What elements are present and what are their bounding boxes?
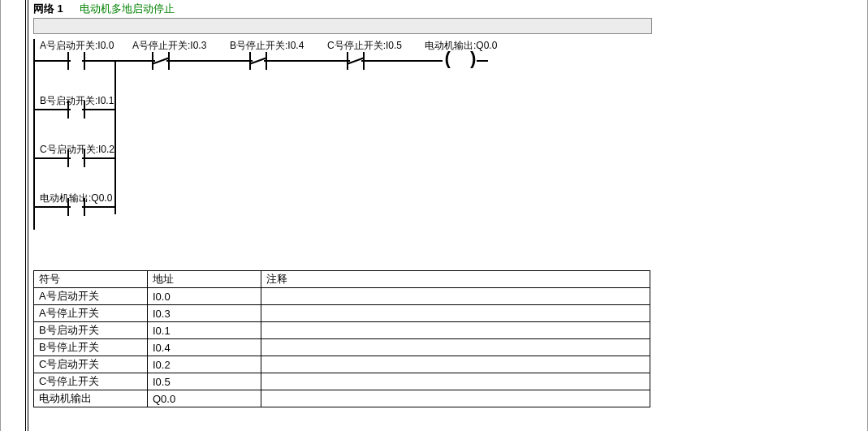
nc-contact-icon[interactable] — [139, 52, 183, 70]
plc-editor-pane: 网络 1 电动机多地启动停止 A号启动开关:I0.0 A号停止开关:I0.3 B… — [0, 0, 868, 431]
cell-symbol: 电动机输出 — [34, 390, 148, 407]
cell-symbol: B号停止开关 — [34, 339, 148, 356]
cell-address: I0.0 — [148, 288, 261, 305]
wire — [98, 60, 139, 62]
cell-address: I0.5 — [148, 373, 261, 390]
no-contact-icon[interactable] — [54, 198, 98, 216]
table-header-row: 符号 地址 注释 — [34, 271, 650, 288]
cell-symbol: A号启动开关 — [34, 288, 148, 305]
cell-symbol: B号启动开关 — [34, 322, 148, 339]
cell-address: I0.2 — [148, 356, 261, 373]
label-a-stop: A号停止开关:I0.3 — [132, 39, 206, 53]
wire — [98, 109, 116, 110]
left-gutter — [25, 0, 28, 431]
wire — [378, 60, 431, 62]
wire — [35, 109, 54, 110]
wire — [114, 60, 116, 214]
network-title: 网络 1 — [33, 2, 63, 16]
network-comment-field[interactable] — [33, 18, 652, 34]
table-row[interactable]: 电动机输出Q0.0 — [34, 390, 650, 407]
col-comment: 注释 — [261, 271, 650, 288]
no-contact-icon[interactable] — [54, 101, 98, 119]
ladder-diagram[interactable]: A号启动开关:I0.0 A号停止开关:I0.3 B号停止开关:I0.4 C号停止… — [33, 39, 652, 230]
wire — [280, 60, 334, 62]
cell-address: I0.3 — [148, 305, 261, 322]
nc-contact-icon[interactable] — [334, 52, 378, 70]
cell-address: I0.1 — [148, 322, 261, 339]
cell-symbol: C号启动开关 — [34, 356, 148, 373]
network-description[interactable]: 电动机多地启动停止 — [80, 2, 175, 16]
cell-comment — [261, 373, 650, 390]
cell-comment — [261, 339, 650, 356]
table-row[interactable]: C号停止开关I0.5 — [34, 373, 650, 390]
table-row[interactable]: A号启动开关I0.0 — [34, 288, 650, 305]
cell-comment — [261, 305, 650, 322]
table-row[interactable]: B号停止开关I0.4 — [34, 339, 650, 356]
label-b-stop: B号停止开关:I0.4 — [230, 39, 304, 53]
symbol-table: 符号 地址 注释 A号启动开关I0.0 A号停止开关I0.3 B号启动开关I0.… — [33, 270, 650, 407]
cell-symbol: A号停止开关 — [34, 305, 148, 322]
table-row[interactable]: A号停止开关I0.3 — [34, 305, 650, 322]
label-c-stop: C号停止开关:I0.5 — [327, 39, 402, 53]
label-a-start: A号启动开关:I0.0 — [40, 39, 114, 53]
network-header: 网络 1 电动机多地启动停止 — [33, 0, 867, 16]
wire — [35, 157, 54, 159]
nc-contact-icon[interactable] — [236, 52, 280, 70]
col-address: 地址 — [148, 271, 261, 288]
wire — [35, 206, 54, 208]
cell-comment — [261, 356, 650, 373]
table-row[interactable]: C号启动开关I0.2 — [34, 356, 650, 373]
col-symbol: 符号 — [34, 271, 148, 288]
wire — [98, 157, 116, 159]
no-contact-icon[interactable] — [54, 149, 98, 167]
table-row[interactable]: B号启动开关I0.1 — [34, 322, 650, 339]
no-contact-icon[interactable] — [54, 52, 98, 70]
coil-icon[interactable]: () — [431, 51, 488, 71]
cell-address: I0.4 — [148, 339, 261, 356]
cell-address: Q0.0 — [148, 390, 261, 407]
cell-symbol: C号停止开关 — [34, 373, 148, 390]
cell-comment — [261, 322, 650, 339]
cell-comment — [261, 390, 650, 407]
wire — [35, 60, 54, 62]
wire — [98, 206, 116, 208]
wire — [183, 60, 236, 62]
cell-comment — [261, 288, 650, 305]
